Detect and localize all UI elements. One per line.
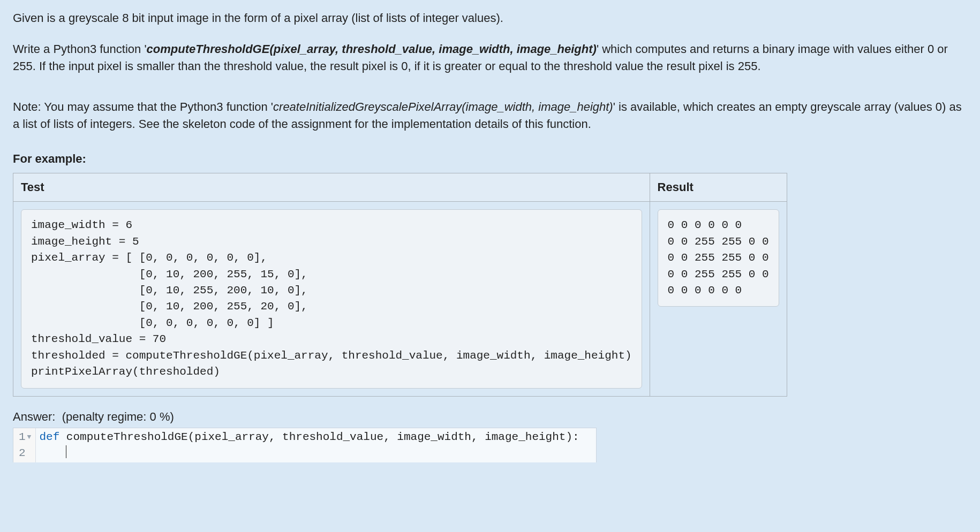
helper-function-italic: createInitializedGreyscalePixelArray(ima… — [273, 100, 613, 113]
table-header-test: Test — [13, 173, 650, 202]
function-signature-code: computeThresholdGE(pixel_array, threshol… — [59, 431, 579, 443]
answer-label-line: Answer: (penalty regime: 0 %) — [13, 408, 967, 425]
answer-label: Answer: — [13, 410, 55, 423]
table-row: image_width = 6 image_height = 5 pixel_a… — [13, 202, 787, 396]
table-header-result: Result — [650, 173, 787, 202]
penalty-regime: (penalty regime: 0 %) — [62, 410, 174, 423]
prompt-paragraph-note: Note: You may assume that the Python3 fu… — [13, 98, 967, 133]
fold-arrow-icon[interactable]: ▼ — [27, 432, 32, 443]
code-editor[interactable]: 1▼ 2▼ def computeThresholdGE(pixel_array… — [13, 428, 597, 462]
prompt-paragraph-2: Write a Python3 function 'computeThresho… — [13, 41, 967, 75]
text: Write a Python3 function ' — [13, 42, 147, 56]
text-cursor — [66, 445, 67, 458]
line-number-2: 2 — [19, 447, 26, 459]
text: Note: You may assume that the Python3 fu… — [13, 100, 273, 113]
prompt-paragraph-1: Given is a greyscale 8 bit input image i… — [13, 10, 967, 27]
keyword-def: def — [39, 431, 59, 443]
question-container: Given is a greyscale 8 bit input image i… — [0, 0, 980, 462]
editor-content[interactable]: def computeThresholdGE(pixel_array, thre… — [36, 428, 582, 462]
test-code-block: image_width = 6 image_height = 5 pixel_a… — [21, 209, 642, 388]
for-example-heading: For example: — [13, 150, 967, 168]
line-number-1: 1 — [19, 431, 26, 443]
function-signature-bold: computeThresholdGE(pixel_array, threshol… — [147, 42, 597, 56]
editor-gutter: 1▼ 2▼ — [13, 428, 36, 462]
example-table: Test Result image_width = 6 image_height… — [13, 173, 787, 396]
result-code-block: 0 0 0 0 0 0 0 0 255 255 0 0 0 0 255 255 … — [658, 209, 779, 307]
